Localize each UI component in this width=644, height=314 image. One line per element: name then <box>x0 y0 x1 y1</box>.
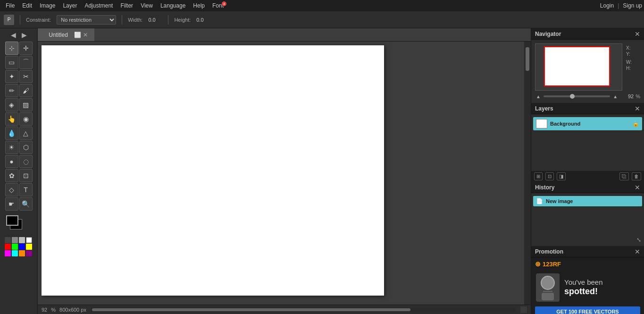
menu-help[interactable]: Help <box>189 1 209 10</box>
constraint-select[interactable]: No restriction Original proportions Fixe… <box>57 15 116 25</box>
layer-lock-icon: 🔒 <box>632 120 639 127</box>
color-dot-5[interactable] <box>5 244 11 250</box>
navigator-preview <box>535 43 622 91</box>
layers-header: Layers ✕ <box>531 103 644 114</box>
history-new-image-icon: 📄 <box>536 198 543 204</box>
gradient-tool[interactable]: ▨ <box>19 98 33 111</box>
vertical-scrollbar[interactable] <box>524 42 531 305</box>
menu-filter[interactable]: Filter <box>117 1 137 10</box>
canvas-close-btn[interactable]: ✕ <box>82 32 89 38</box>
app-logo: P <box>4 15 14 25</box>
menu-edit[interactable]: Edit <box>18 1 36 10</box>
menu-view[interactable]: View <box>137 1 157 10</box>
menu-image[interactable]: Image <box>36 1 59 10</box>
nav-slider-thumb[interactable] <box>570 94 575 99</box>
layers-close-btn[interactable]: ✕ <box>635 105 640 112</box>
shape-tool[interactable]: △ <box>19 127 33 140</box>
magic-wand-tool[interactable]: ✦ <box>5 70 18 83</box>
tools-next-btn[interactable]: ▶ <box>20 30 29 40</box>
tools-nav: ◀ ▶ <box>9 30 29 40</box>
fill-tool[interactable]: ◈ <box>5 98 18 111</box>
menu-layer[interactable]: Layer <box>59 1 81 10</box>
menu-adjustment[interactable]: Adjustment <box>81 1 117 10</box>
height-value: 0.0 <box>196 17 210 23</box>
color-dot-1[interactable] <box>5 237 11 243</box>
canvas-viewport[interactable] <box>38 42 524 305</box>
zoom-unit: % <box>51 307 56 313</box>
color-dot-10[interactable] <box>12 250 18 256</box>
canvas-white-area[interactable] <box>42 45 384 296</box>
color-dot-3[interactable] <box>19 237 25 243</box>
color-dot-8[interactable] <box>26 244 32 250</box>
width-value: 0.0 <box>148 17 162 23</box>
nav-zoom-out-btn[interactable]: ▲ <box>535 94 542 99</box>
menu-file[interactable]: File <box>2 1 18 10</box>
burn-tool[interactable]: ☀ <box>5 141 18 154</box>
horizontal-scrollbar[interactable] <box>91 307 516 312</box>
history-header: History ✕ <box>531 182 644 193</box>
login-link[interactable]: Login <box>600 2 614 9</box>
history-row-new-image[interactable]: 📄 New image <box>533 196 642 206</box>
text-tool[interactable]: T <box>19 183 33 196</box>
layers-mask-btn[interactable]: ◨ <box>557 172 566 180</box>
layer-row-background[interactable]: Background 🔒 <box>533 117 642 130</box>
signup-link[interactable]: Sign up <box>623 2 642 9</box>
history-close-btn[interactable]: ✕ <box>635 184 640 191</box>
blur-tool[interactable]: ◌ <box>19 155 33 168</box>
stamp-tool[interactable]: ◉ <box>19 112 33 126</box>
status-corner[interactable] <box>520 306 527 313</box>
color-dot-9[interactable] <box>5 250 11 256</box>
menu-language[interactable]: Language <box>157 1 189 10</box>
move-tool[interactable]: ✛ <box>19 42 33 55</box>
heal-tool[interactable]: ✿ <box>5 169 18 182</box>
smudge-tool[interactable]: 👆 <box>5 112 18 126</box>
dodge-tool[interactable]: ⬡ <box>19 141 33 154</box>
navigator-body: X: Y: W: H: ▲ ▲ 92 % <box>531 40 644 103</box>
menubar-left: File Edit Image Layer Adjustment Filter … <box>2 1 227 10</box>
brush-tool[interactable]: 🖌 <box>19 84 33 97</box>
nav-zoom-in-btn[interactable]: ▲ <box>612 94 619 99</box>
color-dot-12[interactable] <box>26 250 32 256</box>
color-dot-11[interactable] <box>19 250 25 256</box>
history-new-image-label: New image <box>546 198 639 204</box>
sharpen-tool[interactable]: ● <box>5 155 18 168</box>
font-badge: 4 <box>222 1 226 6</box>
crop-tool[interactable]: ✂ <box>19 70 33 83</box>
layers-delete-btn[interactable]: 🗑 <box>632 172 641 180</box>
layers-body: Background 🔒 <box>531 114 644 171</box>
color-dot-2[interactable] <box>12 237 18 243</box>
transform-tool[interactable]: ⊹ <box>5 42 18 55</box>
nav-x-label: X: <box>626 45 640 51</box>
history-spacer <box>533 207 642 236</box>
color-dot-4[interactable] <box>26 237 32 243</box>
promotion-close-btn[interactable]: ✕ <box>635 248 640 255</box>
promo-cta-btn[interactable]: GET 100 FREE VECTORS <box>535 306 640 314</box>
layers-new-layer-btn[interactable]: ⊡ <box>545 172 554 180</box>
clone-tool[interactable]: ⊡ <box>19 169 33 182</box>
color-dot-6[interactable] <box>12 244 18 250</box>
pencil-tool[interactable]: ✏ <box>5 84 18 97</box>
color-dot-7[interactable] <box>19 244 25 250</box>
dimensions: 800x600 px <box>59 307 86 313</box>
menu-font[interactable]: Font 4 <box>209 1 227 10</box>
foreground-color-swatch[interactable] <box>6 215 18 226</box>
path-tool[interactable]: ◇ <box>5 183 18 196</box>
nav-zoom-value: 92 <box>620 93 634 99</box>
dropper-tool[interactable]: 💧 <box>5 127 18 140</box>
horizontal-scrollbar-thumb[interactable] <box>92 308 410 311</box>
promo-mascot-image <box>536 273 560 302</box>
layers-new-group-btn[interactable]: ⊞ <box>534 172 543 180</box>
zoom-tool[interactable]: 🔍 <box>19 197 33 211</box>
hand-tool[interactable]: ☛ <box>5 197 18 211</box>
tools-prev-btn[interactable]: ◀ <box>9 30 18 40</box>
canvas-maximize-btn[interactable]: ⬜ <box>73 32 82 38</box>
color-row <box>5 214 33 233</box>
lasso-tool[interactable]: ⌒ <box>19 56 33 69</box>
vertical-scrollbar-thumb[interactable] <box>526 47 529 71</box>
layers-duplicate-btn[interactable]: ⿻ <box>619 172 629 180</box>
navigator-panel: Navigator ✕ X: Y: W: H: ▲ <box>531 28 644 103</box>
nav-zoom-slider[interactable] <box>544 95 610 97</box>
rect-select-tool[interactable]: ▭ <box>5 56 18 69</box>
navigator-close-btn[interactable]: ✕ <box>635 30 640 38</box>
history-expand-btn[interactable]: ⤡ <box>636 236 642 244</box>
